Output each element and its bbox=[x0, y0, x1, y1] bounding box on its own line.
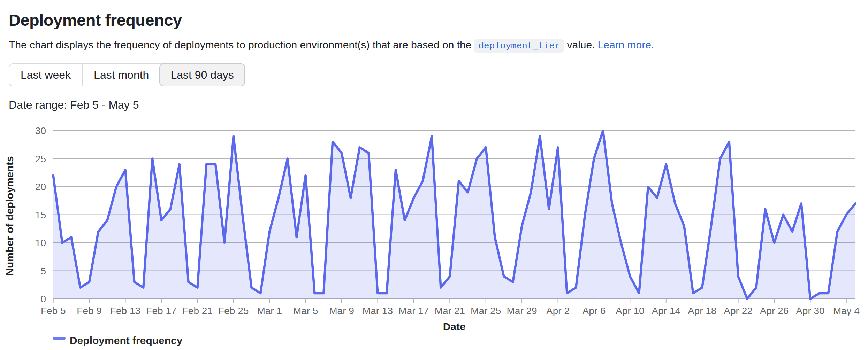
time-range-button-last-month[interactable]: Last month bbox=[82, 64, 160, 86]
x-tick-label-mar-21: Mar 21 bbox=[435, 305, 465, 316]
y-tick-label-30: 30 bbox=[35, 125, 46, 136]
y-axis-title: Number of deployments bbox=[4, 156, 15, 275]
x-tick-label-feb-13: Feb 13 bbox=[110, 305, 140, 316]
chart-legend: Deployment frequency bbox=[53, 335, 183, 346]
x-tick-label-mar-29: Mar 29 bbox=[507, 305, 537, 316]
x-tick-label-mar-1: Mar 1 bbox=[257, 305, 282, 316]
y-tick-label-5: 5 bbox=[40, 266, 46, 277]
chart-container: 051015202530Feb 5Feb 9Feb 13Feb 17Feb 21… bbox=[0, 118, 868, 350]
x-tick-label-feb-25: Feb 25 bbox=[218, 305, 249, 316]
y-tick-label-20: 20 bbox=[35, 181, 46, 192]
y-tick-label-15: 15 bbox=[35, 210, 46, 220]
y-axis-labels: 051015202530 bbox=[35, 125, 46, 304]
time-range-button-last-week[interactable]: Last week bbox=[9, 64, 82, 86]
x-tick-label-feb-5: Feb 5 bbox=[41, 305, 66, 316]
x-axis-title: Date bbox=[443, 321, 466, 332]
time-range-button-last-90-days[interactable]: Last 90 days bbox=[159, 63, 245, 86]
x-tick-label-apr-26: Apr 26 bbox=[760, 305, 789, 316]
x-tick-label-mar-13: Mar 13 bbox=[363, 305, 393, 316]
x-tick-label-apr-14: Apr 14 bbox=[652, 305, 681, 316]
legend-label-deployment-frequency: Deployment frequency bbox=[70, 335, 183, 346]
x-tick-label-apr-18: Apr 18 bbox=[688, 305, 717, 316]
x-tick-label-apr-30: Apr 30 bbox=[796, 305, 825, 316]
x-tick-label-apr-6: Apr 6 bbox=[582, 305, 606, 316]
y-tick-label-10: 10 bbox=[35, 238, 46, 248]
time-range-segmented-control: Last weekLast monthLast 90 days bbox=[9, 63, 245, 86]
deployment-frequency-page: Deployment frequency The chart displays … bbox=[0, 0, 868, 350]
description-text: The chart displays the frequency of depl… bbox=[9, 39, 471, 50]
x-tick-label-apr-22: Apr 22 bbox=[724, 305, 753, 316]
x-tick-label-mar-25: Mar 25 bbox=[471, 305, 501, 316]
x-tick-label-mar-5: Mar 5 bbox=[293, 305, 318, 316]
y-tick-label-25: 25 bbox=[35, 154, 46, 164]
x-axis-ticks: Feb 5Feb 9Feb 13Feb 17Feb 21Feb 25Mar 1M… bbox=[41, 299, 860, 316]
x-tick-label-mar-17: Mar 17 bbox=[398, 305, 429, 316]
deployment-frequency-chart: 051015202530Feb 5Feb 9Feb 13Feb 17Feb 21… bbox=[0, 118, 868, 350]
x-tick-label-feb-17: Feb 17 bbox=[146, 305, 176, 316]
x-tick-label-apr-2: Apr 2 bbox=[546, 305, 570, 316]
x-tick-label-mar-9: Mar 9 bbox=[329, 305, 354, 316]
deployment-tier-code-chip: deployment_tier bbox=[474, 39, 564, 53]
date-range-label: Date range: Feb 5 - May 5 bbox=[9, 99, 139, 111]
x-tick-label-apr-10: Apr 10 bbox=[616, 305, 645, 316]
x-tick-label-feb-21: Feb 21 bbox=[182, 305, 213, 316]
description-text-suffix: value. bbox=[567, 39, 595, 50]
chart-description: The chart displays the frequency of depl… bbox=[9, 37, 654, 54]
legend-swatch-deployment-frequency bbox=[53, 337, 66, 340]
learn-more-link[interactable]: Learn more. bbox=[598, 39, 654, 50]
y-tick-label-0: 0 bbox=[40, 294, 46, 304]
x-tick-label-may-4: May 4 bbox=[833, 305, 860, 316]
page-title: Deployment frequency bbox=[9, 10, 182, 30]
x-tick-label-feb-9: Feb 9 bbox=[77, 305, 102, 316]
